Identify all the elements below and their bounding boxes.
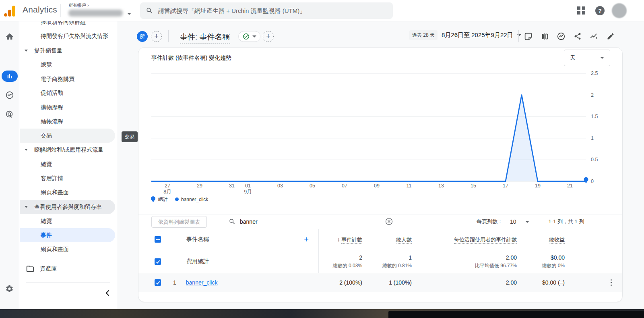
advertising-nav-icon[interactable] (4, 109, 15, 120)
date-range-text: 8月26日至 2025年9月22日 (442, 31, 513, 39)
notes-icon[interactable] (523, 31, 533, 42)
divider (220, 216, 220, 228)
chevron-down-icon (600, 57, 604, 59)
home-icon[interactable] (4, 31, 15, 42)
column-header-total-users[interactable]: 總人數 (396, 237, 412, 244)
svg-text:03: 03 (277, 183, 283, 189)
add-column-icon[interactable]: + (304, 235, 309, 244)
totals-event-count: 2 (318, 254, 362, 261)
totals-count-per-user: 2.00 (413, 254, 517, 261)
legend-total: 總計 (151, 196, 168, 203)
transactions-tooltip: 交易 (122, 131, 138, 142)
chevron-down-icon (517, 34, 521, 36)
report-card: 事件計數 (依事件名稱) 變化趨勢 天 2.521.510.50278月2931… (138, 47, 623, 302)
global-search-input[interactable] (158, 7, 376, 14)
rows-per-page-label: 每頁列數： (477, 218, 503, 225)
collapse-triangle-icon (25, 50, 28, 52)
row-menu-kebab-icon[interactable] (611, 279, 612, 286)
sidebar-group-traffic[interactable]: 瞭解網站和/或應用程式流量 (20, 143, 115, 157)
row-event-count: 2 (100%) (318, 279, 363, 286)
sort-desc-icon: ↓ (337, 236, 340, 243)
folder-icon (26, 265, 34, 273)
sidebar-item-audience-details[interactable]: 客層詳情 (20, 171, 115, 185)
divider (518, 30, 519, 42)
edit-pencil-icon[interactable] (605, 31, 616, 42)
analytics-logo-icon[interactable] (4, 5, 16, 17)
chevron-down-icon[interactable] (525, 221, 529, 223)
add-report-tab-button[interactable]: + (263, 31, 274, 42)
pagination: 每頁列數： 10 1-1 列，共 1 列 (477, 218, 584, 225)
collapse-sidebar-button[interactable] (101, 287, 113, 299)
sidebar-item-transactions[interactable]: 交易 (20, 129, 115, 143)
sidebar-item-ecommerce-purchases[interactable]: 電子商務購買 (20, 72, 115, 86)
account-name-blurred[interactable] (68, 10, 123, 17)
report-title[interactable]: 事件: 事件名稱 (180, 32, 230, 44)
sidebar-item-overview-sales[interactable]: 總覽 (20, 58, 115, 72)
clear-search-icon[interactable] (385, 217, 393, 227)
column-header-total-revenue[interactable]: 總收益 (549, 237, 565, 244)
svg-text:2: 2 (591, 92, 594, 98)
sidebar-item-purchase-journey[interactable]: 購物歷程 (20, 100, 115, 114)
column-header-event-name[interactable]: 事件名稱 (169, 236, 209, 243)
row-checkbox[interactable] (155, 279, 161, 286)
chevron-down-icon (252, 35, 256, 37)
totals-label: 費用總計 (169, 258, 318, 265)
explore-nav-icon[interactable] (4, 90, 15, 100)
help-icon[interactable]: ? (595, 6, 605, 15)
table-toolbar: 依資料列繪製圖表 每頁列數： 10 1-1 列，共 1 列 (138, 214, 622, 229)
account-breadcrumb[interactable]: 所有帳戶 › (68, 2, 89, 8)
share-icon[interactable] (572, 31, 583, 42)
reports-nav-icon[interactable] (2, 71, 18, 82)
svg-text:01: 01 (245, 183, 251, 189)
global-search[interactable] (140, 2, 393, 19)
sidebar-item-pages-screens-traffic[interactable]: 網頁和畫面 (20, 185, 115, 200)
avatar[interactable] (612, 3, 627, 18)
sidebar-item-checkout-journey[interactable]: 結帳流程 (20, 114, 115, 129)
screen: Analytics 所有帳戶 › ? 獲取新客同類群組 待開 (0, 0, 644, 318)
series-dot-icon (175, 197, 179, 201)
select-all-checkbox[interactable] (155, 236, 161, 243)
sidebar-group-drive-sales[interactable]: 提升銷售量 (20, 44, 115, 58)
report-status-pill[interactable] (238, 31, 260, 42)
rows-per-page-value[interactable]: 10 (510, 218, 516, 225)
all-users-segment-chip[interactable]: 所 (137, 31, 148, 42)
table-search[interactable] (229, 216, 369, 227)
svg-text:17: 17 (503, 183, 508, 189)
collapse-triangle-icon (25, 206, 28, 208)
divider (26, 282, 110, 283)
account-caret-icon[interactable] (127, 13, 131, 15)
sparkline-insights-icon[interactable] (589, 31, 599, 42)
chart-title: 事件計數 (依事件名稱) 變化趨勢 (151, 54, 231, 62)
table-totals-row: 費用總計 2總數的 0.03% 1總數的 0.81% 2.00比平均值低 96.… (138, 250, 622, 273)
sidebar-item-events[interactable]: 事件 (20, 228, 115, 242)
add-comparison-button[interactable]: + (151, 31, 162, 42)
insights-icon[interactable] (556, 31, 566, 42)
row-count-per-user: 2.00 (413, 279, 518, 286)
column-header-event-count[interactable]: 事件計數 (341, 237, 362, 244)
sidebar-item-overview-engagement[interactable]: 總覽 (20, 214, 115, 228)
date-range-selector[interactable]: 過去 28 天 8月26日至 2025年9月22日 (409, 30, 521, 40)
totals-checkbox[interactable] (155, 258, 161, 265)
sidebar-item-overview-traffic[interactable]: 總覽 (20, 157, 115, 171)
sidebar-item-lead-disqualification[interactable]: 待開發客戶失格與流失情形 (20, 29, 115, 43)
sidebar-item-promotions[interactable]: 促銷活動 (20, 86, 115, 100)
svg-text:09: 09 (374, 183, 380, 189)
interval-select[interactable]: 天 (564, 50, 610, 66)
svg-text:05: 05 (310, 183, 315, 189)
column-header-count-per-user[interactable]: 每位活躍使用者的事件計數 (454, 237, 517, 244)
comparison-icon[interactable] (539, 31, 550, 42)
pin-marker-icon (151, 196, 156, 203)
table-row[interactable]: 1 banner_click 2 (100%) 1 (100%) 2.00 $0… (138, 273, 622, 292)
sidebar-item-pages-screens-engagement[interactable]: 網頁和畫面 (20, 242, 115, 256)
plot-rows-button[interactable]: 依資料列繪製圖表 (151, 216, 207, 228)
sidebar-item-acquisition-cohorts[interactable]: 獲取新客同類群組 (20, 21, 115, 29)
trend-chart[interactable]: 2.521.510.50278月2931019月0305070911131517… (151, 69, 610, 194)
event-name-link[interactable]: banner_click (186, 279, 218, 286)
admin-gear-icon[interactable] (4, 283, 15, 294)
table-search-input[interactable] (240, 216, 369, 227)
totals-total-users: 1 (363, 254, 412, 261)
apps-grid-icon[interactable] (577, 6, 585, 15)
sidebar-group-engagement[interactable]: 查看使用者參與度和留存率 (20, 200, 115, 214)
totals-revenue: $0.00 (518, 254, 565, 261)
sidebar-item-library[interactable]: 資產庫 (20, 262, 115, 276)
